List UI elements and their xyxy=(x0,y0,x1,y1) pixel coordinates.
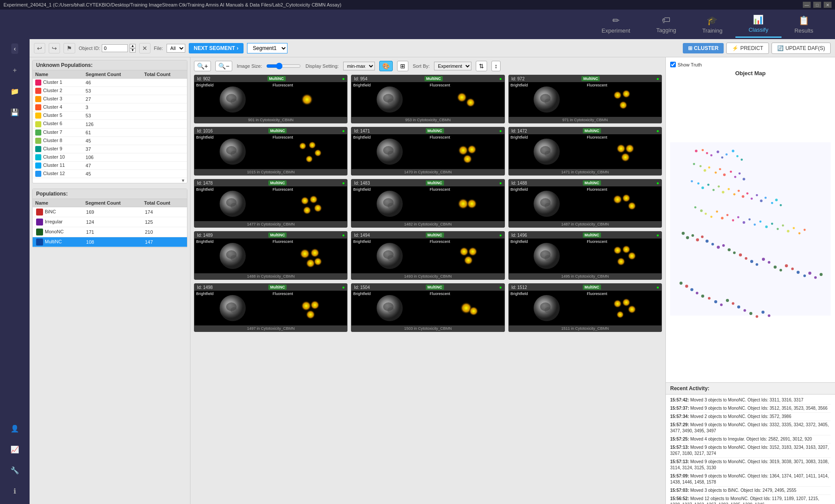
scatter-dot[interactable] xyxy=(774,265,777,269)
scatter-dot[interactable] xyxy=(742,195,745,198)
scatter-dot[interactable] xyxy=(725,153,728,156)
scatter-dot[interactable] xyxy=(808,272,812,275)
scatter-dot[interactable] xyxy=(705,213,707,215)
cluster-row[interactable]: Cluster 7 61 xyxy=(33,128,187,136)
scatter-dot[interactable] xyxy=(697,182,699,185)
nav-tagging[interactable]: 🏷 Tagging xyxy=(643,12,689,37)
scatter-dot[interactable] xyxy=(765,225,768,228)
scatter-dot[interactable] xyxy=(700,209,703,212)
sidebar-folder-button[interactable]: 📁 xyxy=(6,83,23,100)
scatter-dot[interactable] xyxy=(679,282,682,285)
scatter-dot[interactable] xyxy=(793,227,795,229)
scatter-dot[interactable] xyxy=(739,253,742,256)
scatter-dot[interactable] xyxy=(733,252,736,254)
scatter-dot[interactable] xyxy=(748,219,751,221)
scatter-dot[interactable] xyxy=(754,224,756,226)
cluster-row[interactable]: Cluster 5 53 xyxy=(33,112,187,120)
scatter-dot[interactable] xyxy=(738,190,740,192)
file-select[interactable]: All xyxy=(167,44,185,53)
sidebar-info-button[interactable]: ℹ xyxy=(6,482,23,500)
predict-button[interactable]: ⚡ PREDICT xyxy=(726,43,769,54)
sort-desc-button[interactable]: ↕ xyxy=(491,61,501,71)
scatter-dot[interactable] xyxy=(732,149,735,152)
scatter-dot[interactable] xyxy=(730,171,732,173)
scatter-dot[interactable] xyxy=(755,315,758,318)
scatter-dot[interactable] xyxy=(718,186,720,188)
sidebar-add-button[interactable]: + xyxy=(6,62,23,79)
image-card[interactable]: Id: 972 MultiNC ■ Brightfield Fluorescen… xyxy=(508,75,662,123)
scatter-dot[interactable] xyxy=(746,192,748,195)
scatter-dot[interactable] xyxy=(738,172,741,175)
image-card[interactable]: Id: 954 MultiNC ■ Brightfield Fluorescen… xyxy=(351,75,504,123)
object-id-input[interactable] xyxy=(102,44,128,52)
scatter-dot[interactable] xyxy=(756,194,758,196)
scatter-dot[interactable] xyxy=(708,297,711,300)
scatter-dot[interactable] xyxy=(686,236,689,239)
scatter-dot[interactable] xyxy=(701,295,704,298)
scatter-dot[interactable] xyxy=(745,257,748,260)
next-segment-button[interactable]: NEXT SEGMENT › xyxy=(189,43,244,53)
image-card[interactable]: Id: 1494 MultiNC ■ Brightfield Fluoresce… xyxy=(351,231,504,280)
scatter-dot[interactable] xyxy=(814,276,817,279)
scatter-dot[interactable] xyxy=(736,155,738,157)
scatter-dot[interactable] xyxy=(762,311,765,314)
scatter-dot[interactable] xyxy=(775,199,778,201)
scatter-dot[interactable] xyxy=(717,245,720,249)
window-controls[interactable]: — □ ✕ xyxy=(803,2,832,8)
scatter-dot[interactable] xyxy=(755,263,758,266)
sort-by-select[interactable]: Experiment ID Score xyxy=(434,62,471,70)
cluster-row[interactable]: Cluster 3 27 xyxy=(33,95,187,103)
cluster-row[interactable]: Cluster 9 37 xyxy=(33,145,187,153)
scatter-dot[interactable] xyxy=(722,191,725,193)
image-card[interactable]: Id: 1016 MultiNC ■ Brightfield Fluoresce… xyxy=(194,127,347,176)
cluster-row[interactable]: Cluster 1 46 xyxy=(33,79,187,87)
scatter-dot[interactable] xyxy=(771,223,773,225)
scatter-dot[interactable] xyxy=(696,238,699,241)
scatter-dot[interactable] xyxy=(719,168,721,170)
image-card[interactable]: Id: 1489 MultiNC ■ Brightfield Fluoresce… xyxy=(194,231,347,280)
scatter-dot[interactable] xyxy=(779,269,782,272)
population-row[interactable]: MonoNC 171 210 xyxy=(33,227,187,237)
population-row[interactable]: BiNC 169 174 xyxy=(33,207,187,217)
scatter-dot[interactable] xyxy=(690,288,693,291)
show-truth-control[interactable]: Show Truth xyxy=(670,62,831,67)
image-size-slider[interactable] xyxy=(266,63,301,70)
nav-training[interactable]: 🎓 Training xyxy=(689,12,735,37)
cluster-row[interactable]: Cluster 6 126 xyxy=(33,120,187,128)
zoom-out-button[interactable]: 🔍− xyxy=(215,61,232,71)
cluster-button[interactable]: ⊞ CLUSTER xyxy=(683,43,724,53)
scatter-dot[interactable] xyxy=(699,165,701,167)
scatter-dot[interactable] xyxy=(720,304,723,306)
population-row[interactable]: MultiNC 108 147 xyxy=(33,237,187,247)
scatter-dot[interactable] xyxy=(691,180,693,182)
cluster-row[interactable]: Cluster 4 3 xyxy=(33,103,187,112)
sidebar-save-button[interactable]: 💾 xyxy=(6,103,23,121)
scatter-dot[interactable] xyxy=(716,211,718,213)
image-card[interactable]: Id: 1478 MultiNC ■ Brightfield Fluoresce… xyxy=(194,179,347,228)
spin-up[interactable]: ▲ xyxy=(130,44,136,48)
scatter-dot[interactable] xyxy=(721,217,724,219)
scatter-dot[interactable] xyxy=(701,235,704,238)
scatter-dot[interactable] xyxy=(759,221,762,223)
scatter-dot[interactable] xyxy=(744,309,746,312)
scatter-dot[interactable] xyxy=(681,232,685,235)
scatter-dot[interactable] xyxy=(726,299,729,302)
layout-button[interactable]: ⊞ xyxy=(397,61,408,71)
scatter-dot[interactable] xyxy=(695,149,698,152)
scatter-dot[interactable] xyxy=(705,239,708,242)
minimize-button[interactable]: — xyxy=(803,2,811,8)
scatter-dot[interactable] xyxy=(728,188,730,190)
scatter-dot[interactable] xyxy=(765,197,767,199)
filter-button[interactable]: ⚑ xyxy=(63,43,75,53)
image-card[interactable]: Id: 1483 MultiNC ■ Brightfield Fluoresce… xyxy=(351,179,504,228)
display-setting-select[interactable]: min-max auto manual xyxy=(343,62,375,70)
scatter-dot[interactable] xyxy=(798,232,801,234)
scatter-dot[interactable] xyxy=(760,199,762,202)
scatter-dot[interactable] xyxy=(732,302,735,305)
sidebar-expand-button[interactable]: ‹ xyxy=(11,43,19,54)
sidebar-chart-button[interactable]: 📈 xyxy=(6,441,23,458)
scatter-dot[interactable] xyxy=(722,244,725,247)
scatter-dot[interactable] xyxy=(728,248,731,251)
sidebar-tools-button[interactable]: 🔧 xyxy=(6,461,23,479)
spin-down[interactable]: ▼ xyxy=(130,48,136,53)
